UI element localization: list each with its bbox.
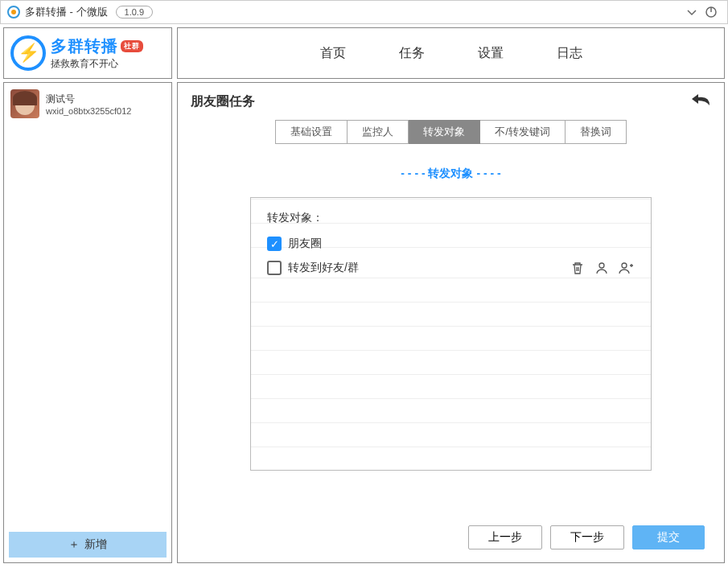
contact-button[interactable] [593, 259, 611, 277]
main-nav: 首页 任务 设置 日志 [177, 27, 725, 79]
plus-icon: ＋ [68, 537, 80, 552]
logo-title: 多群转播 社群 [51, 35, 143, 57]
power-icon [705, 6, 718, 19]
option-row-forward: 转发到好友/群 [267, 259, 635, 277]
svg-point-3 [622, 263, 627, 268]
chevron-down-icon [685, 6, 698, 19]
logo-badge: 社群 [121, 40, 143, 52]
logo-subtitle: 拯救教育不开心 [51, 57, 143, 71]
option-row-moments: ✓ 朋友圈 [267, 237, 635, 251]
tab-forward-target[interactable]: 转发对象 [409, 120, 480, 144]
tab-monitor[interactable]: 监控人 [348, 120, 409, 144]
account-item[interactable]: 测试号 wxid_o8btx3255cf012 [4, 83, 171, 125]
checkbox-moments[interactable]: ✓ [267, 237, 282, 251]
app-title: 多群转播 - 个微版 [25, 5, 108, 19]
nav-home[interactable]: 首页 [314, 42, 352, 65]
main-panel: 朋友圈任务 基础设置 监控人 转发对象 不/转发键词 替换词 - - - - 转… [177, 82, 725, 563]
tab-basic[interactable]: 基础设置 [275, 120, 348, 144]
nav-logs[interactable]: 日志 [550, 42, 589, 65]
add-button[interactable]: ＋ 新增 [9, 532, 167, 558]
version-badge: 1.0.9 [116, 6, 153, 19]
option-label-moments: 朋友圈 [288, 237, 322, 251]
avatar [10, 89, 39, 118]
tab-replace[interactable]: 替换词 [566, 120, 627, 144]
person-plus-icon [618, 261, 634, 275]
form-label: 转发对象： [267, 211, 635, 225]
tabs: 基础设置 监控人 转发对象 不/转发键词 替换词 [178, 120, 724, 144]
delete-button[interactable] [569, 259, 586, 277]
back-button[interactable] [690, 91, 711, 112]
person-icon [594, 261, 609, 275]
svg-point-2 [599, 263, 604, 268]
power-button[interactable] [701, 2, 721, 22]
logo-box: ⚡ 多群转播 社群 拯救教育不开心 [3, 27, 172, 79]
titlebar: 多群转播 - 个微版 1.0.9 [0, 0, 728, 24]
form-box: 转发对象： ✓ 朋友圈 转发到好友/群 [250, 197, 652, 471]
trash-icon [570, 261, 585, 275]
page-title: 朋友圈任务 [191, 93, 690, 110]
footer-buttons: 上一步 下一步 提交 [178, 512, 724, 562]
tab-keywords[interactable]: 不/转发键词 [480, 120, 566, 144]
checkbox-forward[interactable] [267, 261, 282, 275]
option-label-forward: 转发到好友/群 [288, 261, 359, 275]
logo-icon: ⚡ [10, 35, 46, 71]
reply-icon [690, 91, 711, 107]
next-button[interactable]: 下一步 [550, 525, 624, 549]
account-name: 测试号 [46, 93, 131, 106]
submit-button[interactable]: 提交 [632, 525, 705, 549]
nav-settings[interactable]: 设置 [471, 42, 510, 65]
account-id: wxid_o8btx3255cf012 [46, 106, 131, 116]
app-icon [7, 6, 20, 19]
minimize-button[interactable] [682, 2, 701, 22]
prev-button[interactable]: 上一步 [468, 525, 542, 549]
sidebar: 测试号 wxid_o8btx3255cf012 ＋ 新增 [3, 82, 172, 563]
add-contact-button[interactable] [617, 259, 635, 277]
nav-tasks[interactable]: 任务 [393, 42, 431, 65]
section-divider: - - - - 转发对象 - - - - [178, 167, 724, 181]
